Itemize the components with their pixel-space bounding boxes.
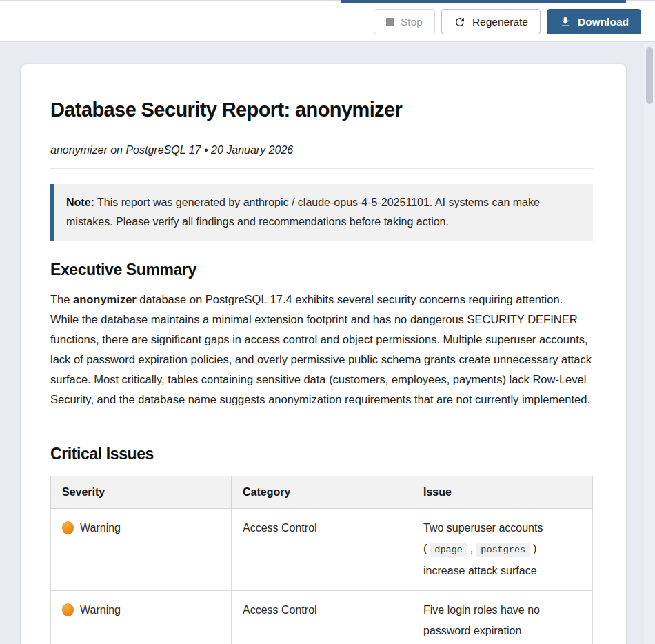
severity-label: Warning [80,604,121,616]
warning-icon [62,603,74,616]
category-cell: Access Control [232,591,412,644]
download-icon [559,16,572,28]
stop-icon [386,18,394,26]
section-heading-executive-summary: Executive Summary [50,261,593,279]
divider [50,168,593,169]
download-button-label: Download [578,16,629,28]
regenerate-button[interactable]: Regenerate [441,9,541,34]
divider [50,132,593,132]
scrollbar-track[interactable] [644,43,655,644]
divider [50,425,593,425]
download-button[interactable]: Download [547,9,641,34]
stop-button[interactable]: Stop [374,9,435,34]
table-row: Warning Access Control Five login roles … [51,591,593,644]
section-heading-critical-issues: Critical Issues [50,445,593,463]
issue-cell: Five login roles have no password expira… [412,591,593,644]
paragraph-text: The [50,293,73,305]
column-header-issue: Issue [412,476,593,509]
report-card: Database Security Report: anonymizer ano… [21,64,626,644]
report-toolbar: Stop Regenerate Download [374,9,641,34]
issues-table: Severity Category Issue Warning Access C… [50,476,593,644]
report-subtitle: anonymizer on PostgreSQL 17 • 20 January… [50,144,593,157]
refresh-icon [454,16,466,28]
category-cell: Access Control [232,509,412,591]
note-callout: Note: This report was generated by anthr… [50,184,593,241]
stop-button-label: Stop [401,16,423,28]
table-row: Warning Access Control Two superuser acc… [51,509,593,591]
severity-cell: Warning [51,509,232,591]
executive-summary-paragraph: The anonymizer database on PostgreSQL 17… [50,290,593,410]
severity-cell: Warning [51,591,232,644]
warning-icon [62,521,74,534]
severity-label: Warning [80,522,121,534]
table-header-row: Severity Category Issue [51,476,593,509]
note-label: Note: [66,197,94,208]
page-title: Database Security Report: anonymizer [50,99,593,121]
panel-accent-strip [341,0,626,3]
issue-text: , [470,543,473,554]
database-name: anonymizer [73,293,137,305]
paragraph-text: database on PostgreSQL 17.4 exhibits sev… [50,293,592,405]
column-header-severity: Severity [51,476,232,509]
inline-code: dpage [430,543,467,557]
scrollbar-thumb[interactable] [646,47,653,104]
inline-code: postgres [476,543,530,557]
issue-cell: Two superuser accounts (dpage,postgres) … [412,509,593,591]
regenerate-button-label: Regenerate [472,16,528,28]
note-text: This report was generated by anthropic /… [66,197,540,228]
column-header-category: Category [232,476,412,509]
